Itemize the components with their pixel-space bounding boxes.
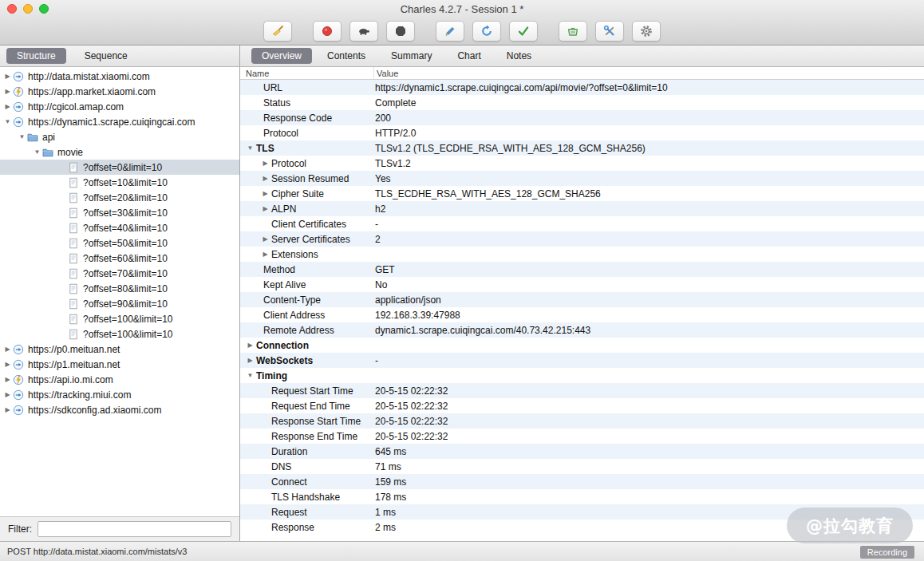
record-button[interactable] <box>313 21 342 41</box>
disclosure-triangle[interactable]: ▶ <box>261 191 270 197</box>
tree-item[interactable]: ▶https://tracking.miui.com <box>0 387 239 402</box>
tree-item[interactable]: ?offset=20&limit=10 <box>0 190 239 205</box>
tab-overview[interactable]: Overview <box>251 48 312 64</box>
overview-row[interactable]: URLhttps://dynamic1.scrape.cuiqingcai.co… <box>240 80 924 95</box>
overview-row[interactable]: MethodGET <box>240 262 924 277</box>
tree-item[interactable]: ?offset=0&limit=10 <box>0 160 239 175</box>
overview-row[interactable]: Client Certificates- <box>240 216 924 231</box>
tree-item[interactable]: ?offset=80&limit=10 <box>0 281 239 296</box>
overview-row[interactable]: ▼TLSTLSv1.2 (TLS_ECDHE_RSA_WITH_AES_128_… <box>240 140 924 156</box>
disclosure-triangle[interactable]: ▶ <box>3 361 12 368</box>
tree-item[interactable]: ?offset=100&limit=10 <box>0 311 239 326</box>
tree-item[interactable]: ▶http://data.mistat.xiaomi.com <box>0 69 239 84</box>
close-window-button[interactable] <box>7 4 17 14</box>
settings-button[interactable] <box>632 21 661 41</box>
disclosure-triangle[interactable]: ▶ <box>261 251 270 258</box>
disclosure-triangle[interactable]: ▼ <box>246 145 255 152</box>
disclosure-triangle[interactable]: ▶ <box>3 346 12 353</box>
disclosure-triangle[interactable]: ▼ <box>246 373 255 379</box>
tab-chart[interactable]: Chart <box>447 48 491 64</box>
disclosure-triangle[interactable]: ▼ <box>3 119 12 125</box>
overview-row[interactable]: StatusComplete <box>240 95 924 110</box>
tree-item[interactable]: ?offset=100&limit=10 <box>0 326 239 342</box>
overview-row[interactable]: ▶Session ResumedYes <box>240 171 924 186</box>
throttle-button[interactable] <box>349 21 378 41</box>
overview-row[interactable]: Request End Time20-5-15 02:22:32 <box>240 398 924 413</box>
clear-session-button[interactable] <box>263 21 292 41</box>
overview-row[interactable]: Remote Addressdynamic1.scrape.cuiqingcai… <box>240 322 924 338</box>
repeat-button[interactable] <box>472 21 501 41</box>
overview-row[interactable]: ▶ALPNh2 <box>240 201 924 216</box>
host-icon <box>13 359 25 370</box>
disclosure-triangle[interactable]: ▶ <box>3 407 12 413</box>
overview-row[interactable]: Duration645 ms <box>240 444 924 459</box>
disclosure-triangle[interactable]: ▶ <box>261 236 270 243</box>
tree-item[interactable]: ?offset=50&limit=10 <box>0 235 239 251</box>
overview-row[interactable]: Client Address192.168.3.39:47988 <box>240 307 924 322</box>
disclosure-triangle[interactable]: ▶ <box>261 176 270 182</box>
disclosure-triangle[interactable]: ▶ <box>3 392 12 398</box>
tab-structure[interactable]: Structure <box>6 48 66 64</box>
tree-item[interactable]: ▶https://api.io.mi.com <box>0 372 239 387</box>
tab-notes[interactable]: Notes <box>496 48 542 64</box>
content-area: StructureSequence ▶http://data.mistat.xi… <box>0 45 924 541</box>
overview-row[interactable]: Response Start Time20-5-15 02:22:32 <box>240 413 924 429</box>
tree-item[interactable]: ▶https://app.market.xiaomi.com <box>0 84 239 99</box>
filter-input[interactable] <box>38 521 231 537</box>
overview-row[interactable]: Request Start Time20-5-15 02:22:32 <box>240 383 924 398</box>
document-icon <box>68 238 80 249</box>
tree-item[interactable]: ?offset=40&limit=10 <box>0 220 239 235</box>
tree-item[interactable]: ?offset=60&limit=10 <box>0 251 239 266</box>
disclosure-triangle[interactable]: ▶ <box>261 160 270 167</box>
toolbox-button[interactable] <box>559 21 587 41</box>
disclosure-triangle[interactable]: ▶ <box>246 342 255 349</box>
disclosure-triangle[interactable]: ▶ <box>3 89 12 95</box>
tree-item[interactable]: ?offset=90&limit=10 <box>0 296 239 311</box>
tree-item[interactable]: ▶http://cgicol.amap.com <box>0 99 239 114</box>
overview-row[interactable]: TLS Handshake178 ms <box>240 489 924 504</box>
overview-row[interactable]: ProtocolHTTP/2.0 <box>240 125 924 140</box>
tab-contents[interactable]: Contents <box>317 48 376 64</box>
disclosure-triangle[interactable]: ▶ <box>3 73 12 80</box>
breakpoints-button[interactable] <box>386 21 415 41</box>
tab-sequence[interactable]: Sequence <box>74 48 138 64</box>
tree-item[interactable]: ▶https://sdkconfig.ad.xiaomi.com <box>0 402 239 417</box>
overview-row[interactable]: ▶Cipher SuiteTLS_ECDHE_RSA_WITH_AES_128_… <box>240 186 924 201</box>
overview-table: URLhttps://dynamic1.scrape.cuiqingcai.co… <box>240 80 924 541</box>
column-header-name: Name <box>240 69 373 78</box>
overview-row[interactable]: Response Code200 <box>240 110 924 125</box>
overview-row[interactable]: Response End Time20-5-15 02:22:32 <box>240 429 924 444</box>
tools-button[interactable] <box>595 21 624 41</box>
tree-item[interactable]: ▼movie <box>0 144 239 160</box>
tree-item[interactable]: ▶https://p0.meituan.net <box>0 342 239 357</box>
zoom-window-button[interactable] <box>39 4 49 14</box>
overview-row[interactable]: ▼Timing <box>240 368 924 383</box>
overview-row[interactable]: Connect159 ms <box>240 474 924 489</box>
overview-row[interactable]: ▶ProtocolTLSv1.2 <box>240 156 924 171</box>
overview-row[interactable]: ▶WebSockets- <box>240 353 924 368</box>
tab-summary[interactable]: Summary <box>381 48 442 64</box>
tree-item[interactable]: ▼api <box>0 129 239 144</box>
overview-row[interactable]: ▶Extensions <box>240 247 924 262</box>
minimize-window-button[interactable] <box>23 4 33 14</box>
overview-row[interactable]: ▶Server Certificates2 <box>240 231 924 247</box>
disclosure-triangle[interactable]: ▶ <box>3 104 12 110</box>
disclosure-triangle[interactable]: ▼ <box>33 149 41 156</box>
tree-item[interactable]: ▶https://p1.meituan.net <box>0 357 239 372</box>
disclosure-triangle[interactable]: ▶ <box>246 358 255 364</box>
tree-item[interactable]: ▼https://dynamic1.scrape.cuiqingcai.com <box>0 114 239 129</box>
disclosure-triangle[interactable]: ▶ <box>261 206 270 212</box>
disclosure-triangle[interactable]: ▼ <box>18 134 26 140</box>
overview-row[interactable]: DNS71 ms <box>240 459 924 474</box>
row-name: DNS <box>271 461 291 472</box>
row-name: Connect <box>271 476 307 488</box>
tree-item[interactable]: ?offset=10&limit=10 <box>0 175 239 190</box>
overview-row[interactable]: Kept AliveNo <box>240 277 924 292</box>
validate-button[interactable] <box>509 21 538 41</box>
tree-item[interactable]: ?offset=70&limit=10 <box>0 266 239 281</box>
overview-row[interactable]: Content-Typeapplication/json <box>240 292 924 307</box>
overview-row[interactable]: ▶Connection <box>240 338 924 353</box>
compose-button[interactable] <box>436 21 464 41</box>
disclosure-triangle[interactable]: ▶ <box>3 377 12 383</box>
tree-item[interactable]: ?offset=30&limit=10 <box>0 205 239 220</box>
